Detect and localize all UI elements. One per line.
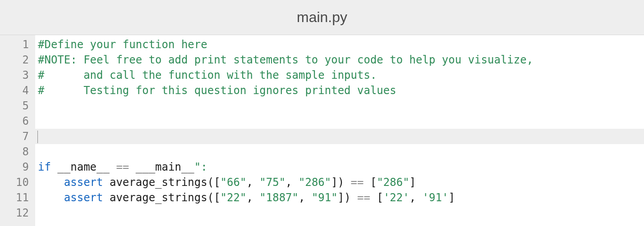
- code-token: "91": [312, 191, 338, 204]
- code-token: ,: [299, 191, 312, 204]
- line-number: 9: [0, 159, 35, 175]
- line-number: 8: [0, 144, 35, 159]
- line-number: 3: [0, 68, 35, 83]
- code-token: if: [38, 161, 51, 173]
- code-token: ==: [351, 176, 364, 189]
- code-token: "75": [259, 176, 285, 189]
- code-token: "66": [221, 176, 247, 189]
- code-token: [38, 191, 64, 204]
- code-line[interactable]: if __name__ == ___main__":: [35, 159, 644, 175]
- code-line[interactable]: [35, 98, 644, 113]
- code-line[interactable]: #NOTE: Feel free to add print statements…: [35, 52, 644, 68]
- line-number: 6: [0, 113, 35, 129]
- code-token: __name__: [51, 161, 116, 173]
- code-token: [38, 176, 64, 189]
- code-token: '22': [383, 191, 409, 204]
- code-token: ,: [246, 191, 259, 204]
- code-token: "286": [377, 176, 409, 189]
- code-token: #NOTE: Feel free to add print statements…: [38, 54, 533, 66]
- code-token: average_strings([: [103, 176, 221, 189]
- code-line[interactable]: [35, 205, 644, 221]
- code-token: ]): [338, 191, 357, 204]
- code-token: '91': [423, 191, 449, 204]
- code-token: assert: [64, 176, 103, 189]
- code-line[interactable]: assert average_strings(["22", "1887", "9…: [35, 190, 644, 205]
- code-token: average_strings([: [103, 191, 221, 204]
- code-line[interactable]: [35, 113, 644, 129]
- code-token: ":: [194, 161, 207, 173]
- code-token: "286": [299, 176, 331, 189]
- code-token: ,: [246, 176, 259, 189]
- code-token: [: [370, 191, 383, 204]
- line-number: 11: [0, 190, 35, 205]
- code-line[interactable]: # Testing for this question ignores prin…: [35, 83, 644, 98]
- line-number: 2: [0, 52, 35, 68]
- code-area[interactable]: #Define your function here#NOTE: Feel fr…: [35, 35, 644, 226]
- code-token: ]: [409, 176, 416, 189]
- code-line[interactable]: # and call the function with the sample …: [35, 68, 644, 83]
- code-token: ==: [116, 161, 129, 173]
- code-token: ,: [285, 176, 299, 189]
- line-number: 10: [0, 175, 35, 190]
- code-line[interactable]: #Define your function here: [35, 37, 644, 52]
- code-token: ___main__: [129, 161, 194, 173]
- code-token: assert: [64, 191, 103, 204]
- code-token: ,: [409, 191, 423, 204]
- code-token: ]: [448, 191, 455, 204]
- code-line[interactable]: assert average_strings(["66", "75", "286…: [35, 175, 644, 190]
- editor-header: main.py: [0, 0, 644, 35]
- file-title: main.py: [297, 9, 347, 26]
- code-line[interactable]: [35, 144, 644, 159]
- line-number: 4: [0, 83, 35, 98]
- code-line[interactable]: [35, 129, 644, 144]
- line-number: 1: [0, 37, 35, 52]
- line-number: 5: [0, 98, 35, 113]
- code-token: ==: [357, 191, 370, 204]
- line-number-gutter: 123456789101112: [0, 35, 35, 226]
- code-token: # Testing for this question ignores prin…: [38, 84, 396, 97]
- code-token: ]): [331, 176, 350, 189]
- text-cursor: [37, 131, 38, 143]
- code-editor[interactable]: 123456789101112 #Define your function he…: [0, 35, 644, 226]
- line-number: 12: [0, 205, 35, 221]
- code-token: [: [364, 176, 377, 189]
- code-token: "1887": [259, 191, 299, 204]
- code-token: "22": [221, 191, 247, 204]
- line-number: 7: [0, 129, 35, 144]
- code-token: # and call the function with the sample …: [38, 69, 377, 81]
- code-token: #Define your function here: [38, 38, 207, 51]
